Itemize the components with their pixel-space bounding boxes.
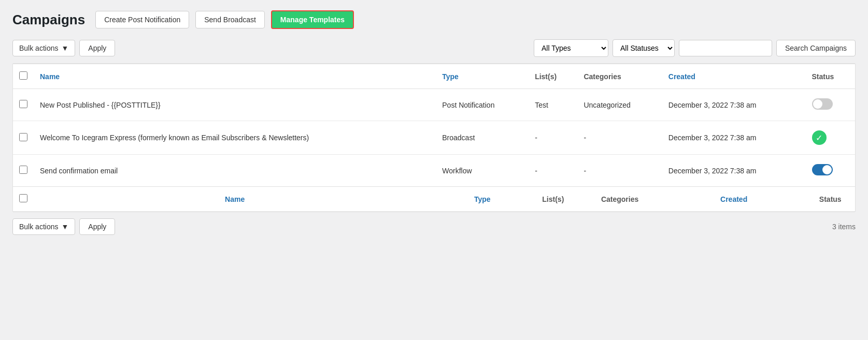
- row-type: Post Notification: [436, 89, 529, 121]
- row-checkbox[interactable]: [19, 133, 27, 141]
- campaigns-table-wrapper: Name Type List(s) Categories Created Sta…: [12, 63, 856, 212]
- top-toolbar: Bulk actions ▼ Apply All Types Post Noti…: [12, 39, 856, 57]
- row-checkbox-cell[interactable]: [13, 89, 34, 121]
- row-status[interactable]: [806, 89, 856, 121]
- status-toggle-off[interactable]: [812, 98, 833, 110]
- bottom-col-lists: List(s): [529, 187, 577, 212]
- bulk-actions-dropdown[interactable]: Bulk actions ▼: [12, 40, 75, 56]
- bottom-col-type: Type: [436, 187, 529, 212]
- col-header-type: Type: [436, 64, 529, 89]
- status-check-icon: ✓: [812, 130, 827, 145]
- row-checkbox-cell[interactable]: [13, 121, 34, 155]
- table-row: Welcome To Icegram Express (formerly kno…: [13, 121, 855, 155]
- items-count: 3 items: [832, 223, 856, 231]
- bottom-col-status: Status: [806, 187, 856, 212]
- row-created: December 3, 2022 7:38 am: [662, 121, 806, 155]
- row-created: December 3, 2022 7:38 am: [662, 155, 806, 187]
- status-filter[interactable]: All Statuses Active Inactive: [613, 39, 675, 57]
- row-categories: Uncategorized: [577, 89, 662, 121]
- campaigns-table: Name Type List(s) Categories Created Sta…: [13, 64, 855, 212]
- row-checkbox[interactable]: [19, 100, 27, 108]
- row-status[interactable]: [806, 155, 856, 187]
- table-body: New Post Published - {{POSTTITLE}} Post …: [13, 89, 855, 212]
- apply-button-bottom[interactable]: Apply: [79, 218, 115, 235]
- table-row: Send confirmation email Workflow - - Dec…: [13, 155, 855, 187]
- bottom-col-categories: Categories: [577, 187, 662, 212]
- select-all-header[interactable]: [13, 64, 34, 89]
- bulk-actions-label-bottom: Bulk actions: [19, 223, 58, 231]
- bottom-toolbar: Bulk actions ▼ Apply 3 items: [12, 212, 856, 237]
- search-campaigns-button[interactable]: Search Campaigns: [776, 40, 856, 56]
- row-status[interactable]: ✓: [806, 121, 856, 155]
- row-checkbox[interactable]: [19, 166, 27, 174]
- col-header-status: Status: [806, 64, 856, 89]
- status-toggle-on[interactable]: [812, 164, 833, 175]
- toolbar-right: All Types Post Notification Broadcast Wo…: [534, 39, 856, 57]
- manage-templates-button[interactable]: Manage Templates: [271, 10, 354, 29]
- chevron-down-icon: ▼: [61, 44, 68, 52]
- col-header-categories: Categories: [577, 64, 662, 89]
- row-name: Welcome To Icegram Express (formerly kno…: [34, 121, 436, 155]
- bulk-actions-dropdown-bottom[interactable]: Bulk actions ▼: [12, 218, 75, 235]
- table-footer-header: Name Type List(s) Categories Created Sta…: [13, 187, 855, 212]
- create-post-notification-button[interactable]: Create Post Notification: [95, 11, 189, 28]
- row-type: Broadcast: [436, 121, 529, 155]
- col-header-name: Name: [34, 64, 436, 89]
- bottom-select-all-header[interactable]: [13, 187, 34, 212]
- type-filter[interactable]: All Types Post Notification Broadcast Wo…: [534, 39, 608, 57]
- row-type: Workflow: [436, 155, 529, 187]
- row-lists: Test: [529, 89, 577, 121]
- row-lists: -: [529, 121, 577, 155]
- bottom-select-all-checkbox[interactable]: [19, 194, 27, 202]
- row-lists: -: [529, 155, 577, 187]
- row-name: Send confirmation email: [34, 155, 436, 187]
- search-input[interactable]: [679, 40, 772, 56]
- col-header-lists: List(s): [529, 64, 577, 89]
- page-header: Campaigns Create Post Notification Send …: [12, 10, 856, 29]
- row-created: December 3, 2022 7:38 am: [662, 89, 806, 121]
- table-row: New Post Published - {{POSTTITLE}} Post …: [13, 89, 855, 121]
- apply-button-top[interactable]: Apply: [79, 40, 115, 56]
- chevron-down-icon-bottom: ▼: [61, 223, 68, 231]
- row-name: New Post Published - {{POSTTITLE}}: [34, 89, 436, 121]
- table-header: Name Type List(s) Categories Created Sta…: [13, 64, 855, 89]
- row-checkbox-cell[interactable]: [13, 155, 34, 187]
- col-header-created: Created: [662, 64, 806, 89]
- page-title: Campaigns: [12, 12, 85, 28]
- row-categories: -: [577, 121, 662, 155]
- select-all-checkbox[interactable]: [19, 71, 27, 80]
- bottom-col-name: Name: [34, 187, 436, 212]
- bottom-col-created: Created: [662, 187, 806, 212]
- send-broadcast-button[interactable]: Send Broadcast: [195, 11, 265, 28]
- row-categories: -: [577, 155, 662, 187]
- bulk-actions-label: Bulk actions: [19, 44, 58, 52]
